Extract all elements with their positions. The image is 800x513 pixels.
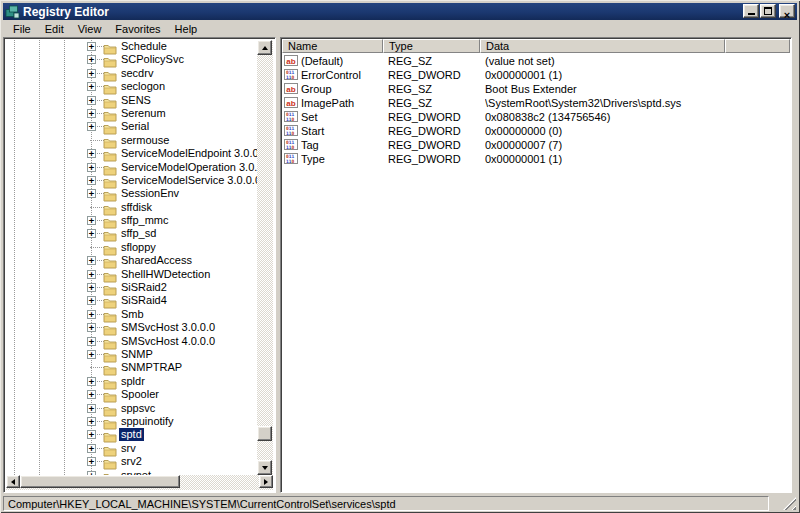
close-button[interactable]: × bbox=[779, 4, 795, 18]
scroll-left-button[interactable] bbox=[6, 475, 20, 488]
value-row[interactable]: 011110ErrorControlREG_DWORD0x00000001 (1… bbox=[282, 68, 790, 82]
value-row[interactable]: ab(Default)REG_SZ(value not set) bbox=[282, 54, 790, 68]
tree-item[interactable]: sffdisk bbox=[6, 201, 257, 214]
tree-item-label[interactable]: ServiceModelEndpoint 3.0.0.0 bbox=[119, 147, 257, 160]
value-name[interactable]: Set bbox=[301, 110, 383, 124]
value-row[interactable]: 011110SetREG_DWORD0x080838c2 (134756546) bbox=[282, 110, 790, 124]
tree-item-label[interactable]: sermouse bbox=[119, 134, 171, 147]
tree-item[interactable]: +sffp_sd bbox=[6, 227, 257, 240]
tree-item[interactable]: +secdrv bbox=[6, 67, 257, 80]
expand-plus-icon[interactable]: + bbox=[87, 82, 96, 91]
expand-plus-icon[interactable]: + bbox=[87, 390, 96, 399]
column-header-name[interactable]: Name bbox=[282, 39, 383, 53]
tree-item[interactable]: +sppuinotify bbox=[6, 415, 257, 428]
tree-item[interactable]: +sptd bbox=[6, 428, 257, 441]
expand-plus-icon[interactable]: + bbox=[87, 296, 96, 305]
tree-vertical-scrollbar[interactable] bbox=[257, 40, 273, 475]
expand-plus-icon[interactable]: + bbox=[87, 417, 96, 426]
tree-item-label[interactable]: ServiceModelService 3.0.0.0 bbox=[119, 174, 257, 187]
tree-item-label[interactable]: seclogon bbox=[119, 80, 167, 93]
tree-item[interactable]: +Serial bbox=[6, 120, 257, 133]
tree-item-label[interactable]: SENS bbox=[119, 94, 153, 107]
value-row[interactable]: abGroupREG_SZBoot Bus Extender bbox=[282, 82, 790, 96]
expand-plus-icon[interactable]: + bbox=[87, 310, 96, 319]
tree-item-label[interactable]: SCPolicySvc bbox=[119, 53, 186, 66]
tree-item-label[interactable]: ShellHWDetection bbox=[119, 268, 212, 281]
tree-item-label[interactable]: SNMP bbox=[119, 348, 155, 361]
tree-item[interactable]: SNMPTRAP bbox=[6, 361, 257, 374]
maximize-button[interactable] bbox=[760, 4, 776, 18]
menu-edit[interactable]: Edit bbox=[38, 22, 71, 37]
expand-plus-icon[interactable]: + bbox=[87, 149, 96, 158]
horizontal-scroll-thumb[interactable] bbox=[20, 475, 180, 488]
expand-plus-icon[interactable]: + bbox=[87, 96, 96, 105]
tree-item-label[interactable]: sppsvc bbox=[119, 402, 157, 415]
expand-plus-icon[interactable]: + bbox=[87, 109, 96, 118]
tree-item[interactable]: +spldr bbox=[6, 375, 257, 388]
expand-plus-icon[interactable]: + bbox=[87, 283, 96, 292]
value-name[interactable]: Tag bbox=[301, 138, 383, 152]
tree-item[interactable]: sermouse bbox=[6, 134, 257, 147]
tree-item[interactable]: +sffp_mmc bbox=[6, 214, 257, 227]
tree-item[interactable]: +SENS bbox=[6, 94, 257, 107]
tree-item-label[interactable]: SiSRaid2 bbox=[119, 281, 169, 294]
expand-plus-icon[interactable]: + bbox=[87, 404, 96, 413]
tree-item-label[interactable]: Schedule bbox=[119, 40, 169, 53]
tree-item[interactable]: +SiSRaid4 bbox=[6, 294, 257, 307]
tree-item-label[interactable]: Smb bbox=[119, 308, 146, 321]
value-row[interactable]: 011110StartREG_DWORD0x00000000 (0) bbox=[282, 124, 790, 138]
expand-plus-icon[interactable]: + bbox=[87, 229, 96, 238]
vertical-scroll-thumb[interactable] bbox=[257, 426, 272, 441]
expand-plus-icon[interactable]: + bbox=[87, 444, 96, 453]
tree-item[interactable]: +ShellHWDetection bbox=[6, 268, 257, 281]
tree-item[interactable]: sfloppy bbox=[6, 241, 257, 254]
tree-item-label[interactable]: sptd bbox=[119, 428, 144, 441]
tree-item[interactable]: +SharedAccess bbox=[6, 254, 257, 267]
expand-plus-icon[interactable]: + bbox=[87, 42, 96, 51]
tree-item-label[interactable]: Serenum bbox=[119, 107, 168, 120]
value-name[interactable]: ErrorControl bbox=[301, 68, 383, 82]
expand-plus-icon[interactable]: + bbox=[87, 323, 96, 332]
value-name[interactable]: Group bbox=[301, 82, 383, 96]
value-name[interactable]: (Default) bbox=[301, 54, 383, 68]
tree-item-label[interactable]: sffp_mmc bbox=[119, 214, 170, 227]
expand-plus-icon[interactable]: + bbox=[87, 430, 96, 439]
tree-item[interactable]: +ServiceModelService 3.0.0.0 bbox=[6, 174, 257, 187]
tree-item-label[interactable]: SessionEnv bbox=[119, 187, 181, 200]
tree-item-label[interactable]: ServiceModelOperation 3.0.0.0 bbox=[119, 161, 257, 174]
tree-item[interactable]: +seclogon bbox=[6, 80, 257, 93]
tree-item[interactable]: +Schedule bbox=[6, 40, 257, 53]
tree-item-label[interactable]: sfloppy bbox=[119, 241, 158, 254]
value-name[interactable]: Start bbox=[301, 124, 383, 138]
value-name[interactable]: ImagePath bbox=[301, 96, 383, 110]
tree-item-label[interactable]: spldr bbox=[119, 375, 147, 388]
column-header-type[interactable]: Type bbox=[383, 39, 480, 53]
resize-grip-icon[interactable] bbox=[783, 497, 796, 510]
tree-item[interactable]: +SiSRaid2 bbox=[6, 281, 257, 294]
tree-item[interactable]: +ServiceModelEndpoint 3.0.0.0 bbox=[6, 147, 257, 160]
tree-item[interactable]: +SessionEnv bbox=[6, 187, 257, 200]
tree-item[interactable]: +SNMP bbox=[6, 348, 257, 361]
tree-item[interactable]: +Serenum bbox=[6, 107, 257, 120]
scroll-up-button[interactable] bbox=[257, 40, 272, 55]
expand-plus-icon[interactable]: + bbox=[87, 122, 96, 131]
value-row[interactable]: 011110TypeREG_DWORD0x00000001 (1) bbox=[282, 152, 790, 166]
tree-item[interactable]: +SCPolicySvc bbox=[6, 53, 257, 66]
titlebar[interactable]: Registry Editor × bbox=[3, 3, 797, 20]
tree-item-label[interactable]: sppuinotify bbox=[119, 415, 176, 428]
expand-plus-icon[interactable]: + bbox=[87, 457, 96, 466]
menu-file[interactable]: File bbox=[6, 22, 38, 37]
scroll-right-button[interactable] bbox=[259, 475, 273, 488]
tree-item[interactable]: +ServiceModelOperation 3.0.0.0 bbox=[6, 161, 257, 174]
expand-plus-icon[interactable]: + bbox=[87, 216, 96, 225]
expand-plus-icon[interactable]: + bbox=[87, 270, 96, 279]
tree-item-label[interactable]: srv2 bbox=[119, 455, 144, 468]
expand-plus-icon[interactable]: + bbox=[87, 69, 96, 78]
value-row[interactable]: 011110TagREG_DWORD0x00000007 (7) bbox=[282, 138, 790, 152]
tree-item[interactable]: +Smb bbox=[6, 308, 257, 321]
tree-item-label[interactable]: srv bbox=[119, 442, 138, 455]
menu-help[interactable]: Help bbox=[168, 22, 205, 37]
tree-item-label[interactable]: SMSvcHost 4.0.0.0 bbox=[119, 335, 217, 348]
tree-item[interactable]: +SMSvcHost 3.0.0.0 bbox=[6, 321, 257, 334]
expand-plus-icon[interactable]: + bbox=[87, 256, 96, 265]
